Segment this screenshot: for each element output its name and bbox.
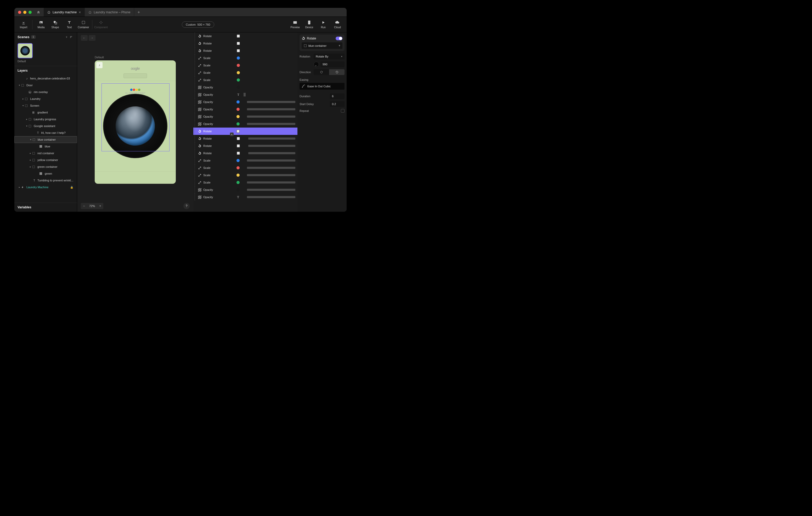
- layer-row[interactable]: ▸yellow container: [14, 157, 77, 163]
- text-tool[interactable]: Text: [62, 18, 77, 31]
- layer-chevron[interactable]: ▾: [25, 125, 29, 127]
- timeline-row[interactable]: Rotate: [193, 32, 297, 40]
- timeline-row[interactable]: Rotate+: [193, 135, 297, 142]
- timeline-row[interactable]: Scale: [193, 157, 297, 164]
- layer-chevron[interactable]: ▸: [29, 159, 32, 161]
- rotation-mode-select[interactable]: Rotate By ▾: [314, 54, 345, 59]
- timeline-row[interactable]: Scale: [193, 76, 297, 84]
- tab-close[interactable]: ×: [79, 10, 81, 14]
- sort-scenes[interactable]: [68, 35, 74, 39]
- duration-input[interactable]: 6: [330, 93, 345, 99]
- target-select[interactable]: blue container ▾: [301, 42, 342, 49]
- timeline-row[interactable]: Rotate: [193, 150, 297, 157]
- timeline-row[interactable]: Scale: [193, 179, 297, 186]
- window-close[interactable]: [18, 11, 21, 14]
- add-keyframe[interactable]: +: [230, 132, 234, 136]
- layer-chevron[interactable]: ▸: [25, 118, 29, 121]
- canvas-area[interactable]: ← → Default ♪ oogle 🔵🔴🟡🟢 Hi, how can I h…: [77, 32, 193, 212]
- run-tool[interactable]: Run: [316, 18, 330, 31]
- layer-row[interactable]: THi, how can I help?: [14, 129, 77, 136]
- timeline-row[interactable]: Opacity: [193, 105, 297, 113]
- layer-chevron[interactable]: ▾: [29, 138, 32, 141]
- layer-row[interactable]: blue: [14, 143, 77, 150]
- timeline-row[interactable]: Opacity: [193, 186, 297, 193]
- layer-row[interactable]: ▸Laundry progress: [14, 116, 77, 123]
- scene-thumb[interactable]: [18, 43, 33, 58]
- layer-chevron[interactable]: ▸: [18, 186, 21, 188]
- svg-rect-29: [201, 88, 201, 89]
- preview-tool[interactable]: Preview: [288, 18, 302, 31]
- artboard-label[interactable]: Default: [95, 56, 104, 59]
- tab-add[interactable]: +: [134, 8, 143, 17]
- variables-title[interactable]: Variables: [14, 203, 77, 212]
- layer-row[interactable]: ▾blue container: [14, 136, 77, 143]
- timeline-row[interactable]: OpacityT: [193, 91, 297, 98]
- canvas-viewport[interactable]: Default ♪ oogle 🔵🔴🟡🟢 Hi, how can I help?: [77, 32, 193, 212]
- layer-row[interactable]: ▸Laundry Machine🔒: [14, 184, 77, 190]
- zoom-in[interactable]: +: [97, 203, 103, 209]
- timeline-row[interactable]: Rotate: [193, 142, 297, 150]
- timeline-row[interactable]: Scale: [193, 69, 297, 76]
- enable-toggle[interactable]: [336, 37, 342, 40]
- component-tool[interactable]: Component: [94, 18, 108, 31]
- layer-row[interactable]: ▸green container: [14, 163, 77, 170]
- layer-row[interactable]: ▾Google assistant: [14, 123, 77, 129]
- nav-forward[interactable]: →: [89, 35, 95, 41]
- timeline-row[interactable]: Scale: [193, 54, 297, 62]
- add-scene[interactable]: +: [65, 35, 68, 39]
- layer-chevron[interactable]: ▸: [29, 165, 32, 168]
- rotation-value-input[interactable]: 990: [320, 61, 345, 67]
- layer-row[interactable]: ♪hero_decorative-celebration-03: [14, 75, 77, 82]
- timeline-row[interactable]: OpacityT: [193, 193, 297, 201]
- timeline-row[interactable]: Opacity: [193, 113, 297, 120]
- timeline-panel[interactable]: RotateRotateRotateScaleScaleScaleScaleOp…: [193, 32, 297, 212]
- layer-row[interactable]: ▸Laundry: [14, 95, 77, 102]
- window-minimize[interactable]: [23, 11, 26, 14]
- timeline-row[interactable]: Opacity: [193, 84, 297, 91]
- window-maximize[interactable]: [29, 11, 32, 14]
- timeline-row[interactable]: Opacity: [193, 120, 297, 127]
- lock-icon[interactable]: 🔒: [70, 186, 73, 189]
- layer-row[interactable]: green: [14, 170, 77, 177]
- layer-row[interactable]: gradient: [14, 109, 77, 116]
- zoom-value[interactable]: 72%: [87, 205, 97, 208]
- import-tool[interactable]: Import: [17, 18, 31, 31]
- artboard[interactable]: ♪ oogle 🔵🔴🟡🟢 Hi, how can I help?: [95, 60, 176, 184]
- layer-row[interactable]: ▸red container: [14, 150, 77, 157]
- cloud-tool[interactable]: Cloud: [330, 18, 345, 31]
- shape-tool[interactable]: Shape: [48, 18, 62, 31]
- timeline-row[interactable]: Scale: [193, 172, 297, 179]
- canvas-size[interactable]: Custom 500 × 760: [182, 22, 214, 28]
- direction-ccw[interactable]: [329, 69, 345, 75]
- timeline-row[interactable]: Scale: [193, 62, 297, 69]
- layer-row[interactable]: rim overlay: [14, 89, 77, 95]
- tab-inactive[interactable]: Laundry machine – Phone: [85, 8, 134, 17]
- container-tool[interactable]: Container: [77, 18, 90, 31]
- layers-list[interactable]: ♪hero_decorative-celebration-03▾Doorrim …: [14, 75, 77, 203]
- layer-row[interactable]: ▾Door: [14, 82, 77, 89]
- zoom-out[interactable]: −: [81, 203, 87, 209]
- timeline-row[interactable]: Rotate: [193, 127, 297, 135]
- help-button[interactable]: ?: [183, 203, 190, 209]
- timeline-row[interactable]: Opacity: [193, 98, 297, 105]
- home-button[interactable]: [35, 10, 41, 14]
- nav-back[interactable]: ←: [81, 35, 88, 41]
- repeat-checkbox[interactable]: [341, 109, 345, 113]
- easing-select[interactable]: Ease In Out Cubic: [299, 83, 345, 90]
- layer-chevron[interactable]: ▸: [21, 97, 25, 100]
- audio-indicator[interactable]: ♪: [96, 62, 103, 68]
- timeline-row[interactable]: Rotate: [193, 40, 297, 47]
- start-delay-input[interactable]: 0.2: [330, 101, 345, 107]
- tab-active[interactable]: Laundry machine ×: [44, 8, 85, 17]
- direction-cw[interactable]: [314, 69, 329, 75]
- layer-chevron[interactable]: ▸: [29, 152, 32, 154]
- layer-row[interactable]: ▾Screen: [14, 102, 77, 109]
- timeline-row[interactable]: Rotate: [193, 47, 297, 54]
- media-tool[interactable]: Media: [34, 18, 48, 31]
- timeline-row[interactable]: Scale: [193, 164, 297, 172]
- layer-chevron[interactable]: ▾: [18, 84, 21, 87]
- layer-row[interactable]: TTumbling to prevent wrinkl...: [14, 177, 77, 184]
- device-tool[interactable]: Device: [302, 18, 316, 31]
- layer-chevron[interactable]: ▾: [21, 104, 25, 107]
- rotation-dial[interactable]: [314, 62, 319, 67]
